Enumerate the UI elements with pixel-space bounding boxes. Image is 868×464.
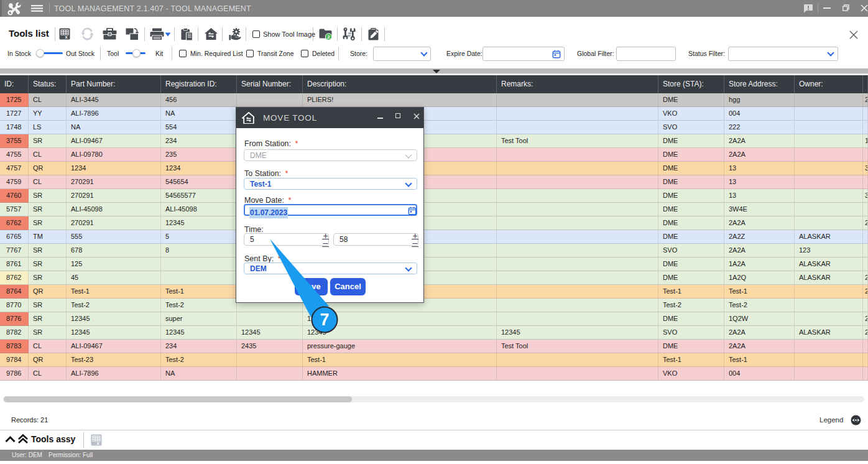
svg-text:2: 2 — [327, 34, 330, 40]
